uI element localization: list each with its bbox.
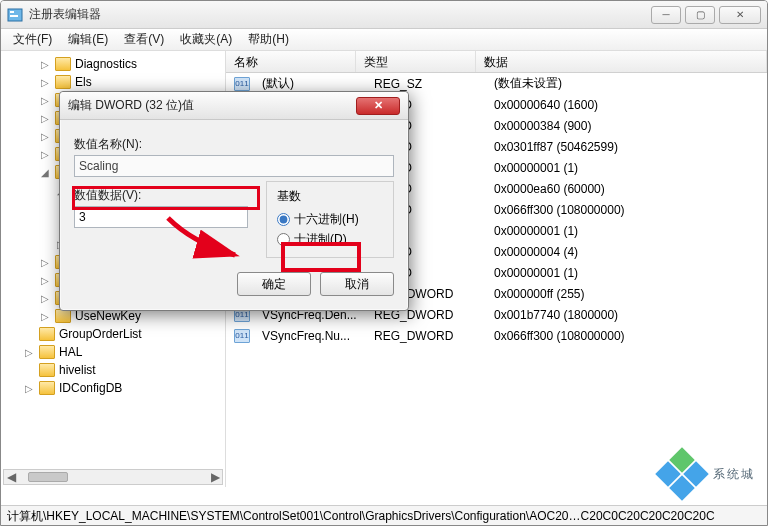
svg-rect-2 bbox=[10, 15, 18, 17]
expand-icon[interactable]: ▷ bbox=[39, 293, 51, 304]
minimize-button[interactable]: ─ bbox=[651, 6, 681, 24]
col-data[interactable]: 数据 bbox=[476, 51, 767, 72]
tree-item[interactable]: ▷IDConfigDB bbox=[5, 379, 225, 397]
base-legend: 基数 bbox=[277, 188, 383, 205]
menu-help[interactable]: 帮助(H) bbox=[240, 29, 297, 50]
tree-label: Diagnostics bbox=[75, 57, 137, 71]
tree-scrollbar[interactable]: ◀▶ bbox=[3, 469, 223, 485]
folder-icon bbox=[39, 327, 55, 341]
folder-icon bbox=[55, 57, 71, 71]
expand-icon[interactable]: ▷ bbox=[39, 95, 51, 106]
expand-icon[interactable]: ▷ bbox=[39, 131, 51, 142]
folder-icon bbox=[55, 309, 71, 323]
menu-fav[interactable]: 收藏夹(A) bbox=[172, 29, 240, 50]
col-name[interactable]: 名称 bbox=[226, 51, 356, 72]
value-icon: 011 bbox=[234, 77, 250, 91]
cell-data: 0x066ff300 (108000000) bbox=[486, 203, 767, 217]
cell-name: (默认) bbox=[254, 75, 366, 92]
expand-icon[interactable]: ▷ bbox=[39, 113, 51, 124]
tree-label: Els bbox=[75, 75, 92, 89]
edit-dword-dialog: 编辑 DWORD (32 位)值 ✕ 数值名称(N): 数值数据(V): 基数 … bbox=[59, 91, 409, 311]
ok-button[interactable]: 确定 bbox=[237, 272, 311, 296]
menubar: 文件(F) 编辑(E) 查看(V) 收藏夹(A) 帮助(H) bbox=[1, 29, 767, 51]
cell-data: 0x000000ff (255) bbox=[486, 287, 767, 301]
value-name-label: 数值名称(N): bbox=[74, 136, 394, 153]
cell-data: 0x00000640 (1600) bbox=[486, 98, 767, 112]
watermark-text: 系统城 bbox=[713, 466, 755, 483]
cancel-button[interactable]: 取消 bbox=[320, 272, 394, 296]
tree-label: hivelist bbox=[59, 363, 96, 377]
tree-label: GroupOrderList bbox=[59, 327, 142, 341]
svg-rect-1 bbox=[10, 11, 14, 13]
app-icon bbox=[7, 7, 23, 23]
menu-edit[interactable]: 编辑(E) bbox=[60, 29, 116, 50]
folder-icon bbox=[55, 75, 71, 89]
status-bar: 计算机\HKEY_LOCAL_MACHINE\SYSTEM\ControlSet… bbox=[1, 505, 767, 525]
radio-dec-input[interactable] bbox=[277, 233, 290, 246]
cell-data: 0x0000ea60 (60000) bbox=[486, 182, 767, 196]
base-fieldset: 基数 十六进制(H) 十进制(D) bbox=[266, 181, 394, 258]
tree-label: HAL bbox=[59, 345, 82, 359]
tree-item[interactable]: ▷Els bbox=[5, 73, 225, 91]
dialog-title: 编辑 DWORD (32 位)值 bbox=[68, 97, 356, 114]
value-icon: 011 bbox=[234, 329, 250, 343]
folder-icon bbox=[39, 345, 55, 359]
cell-data: 0x00000001 (1) bbox=[486, 161, 767, 175]
cell-data: 0x00000001 (1) bbox=[486, 266, 767, 280]
cell-data: 0x00000004 (4) bbox=[486, 245, 767, 259]
radio-hex-input[interactable] bbox=[277, 213, 290, 226]
radio-hex[interactable]: 十六进制(H) bbox=[277, 209, 383, 229]
close-button[interactable]: ✕ bbox=[719, 6, 761, 24]
expand-icon[interactable]: ▷ bbox=[39, 257, 51, 268]
cell-data: 0x0301ff87 (50462599) bbox=[486, 140, 767, 154]
maximize-button[interactable]: ▢ bbox=[685, 6, 715, 24]
folder-icon bbox=[39, 363, 55, 377]
tree-label: UseNewKey bbox=[75, 309, 141, 323]
menu-view[interactable]: 查看(V) bbox=[116, 29, 172, 50]
col-type[interactable]: 类型 bbox=[356, 51, 476, 72]
watermark: 系统城 bbox=[659, 451, 755, 497]
watermark-logo-icon bbox=[659, 451, 705, 497]
expand-icon[interactable]: ▷ bbox=[39, 59, 51, 70]
folder-icon bbox=[39, 381, 55, 395]
cell-data: 0x00000384 (900) bbox=[486, 119, 767, 133]
cell-type: REG_SZ bbox=[366, 77, 486, 91]
cell-data: 0x00000001 (1) bbox=[486, 224, 767, 238]
value-data-label: 数值数据(V): bbox=[74, 187, 248, 204]
value-name-input bbox=[74, 155, 394, 177]
value-data-input[interactable] bbox=[74, 206, 248, 228]
tree-item[interactable]: hivelist bbox=[5, 361, 225, 379]
cell-type: REG_DWORD bbox=[366, 329, 486, 343]
expand-icon[interactable]: ▷ bbox=[39, 149, 51, 160]
tree-item[interactable]: ▷HAL bbox=[5, 343, 225, 361]
menu-file[interactable]: 文件(F) bbox=[5, 29, 60, 50]
expand-icon[interactable]: ▷ bbox=[39, 275, 51, 286]
window-title: 注册表编辑器 bbox=[29, 6, 651, 23]
cell-name: VSyncFreq.Nu... bbox=[254, 329, 366, 343]
list-row[interactable]: 011VSyncFreq.Nu...REG_DWORD0x066ff300 (1… bbox=[226, 325, 767, 346]
cell-data: 0x001b7740 (1800000) bbox=[486, 308, 767, 322]
cell-data: (数值未设置) bbox=[486, 75, 767, 92]
tree-item[interactable]: ▷Diagnostics bbox=[5, 55, 225, 73]
expand-icon[interactable]: ▷ bbox=[39, 77, 51, 88]
tree-label: IDConfigDB bbox=[59, 381, 122, 395]
cell-data: 0x066ff300 (108000000) bbox=[486, 329, 767, 343]
tree-item[interactable]: GroupOrderList bbox=[5, 325, 225, 343]
list-header: 名称 类型 数据 bbox=[226, 51, 767, 73]
expand-icon[interactable]: ▷ bbox=[39, 311, 51, 322]
expand-icon[interactable]: ▷ bbox=[23, 383, 35, 394]
expand-icon[interactable]: ▷ bbox=[23, 347, 35, 358]
titlebar: 注册表编辑器 ─ ▢ ✕ bbox=[1, 1, 767, 29]
radio-dec[interactable]: 十进制(D) bbox=[277, 229, 383, 249]
expand-icon[interactable]: ◢ bbox=[39, 167, 51, 178]
dialog-close-button[interactable]: ✕ bbox=[356, 97, 400, 115]
